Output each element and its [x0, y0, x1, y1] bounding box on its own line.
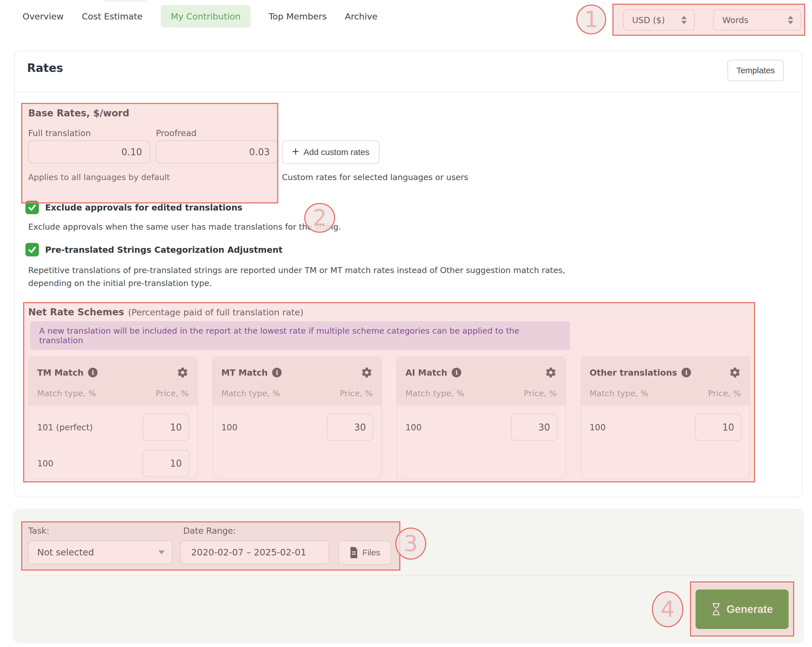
base-rates-heading: Base Rates, $/word [28, 108, 130, 119]
volume-unit-select-value: Words [722, 15, 749, 25]
panel-divider [24, 575, 792, 576]
price-input[interactable]: 10 [143, 414, 189, 441]
price-value: 10 [170, 458, 182, 469]
ai-match-header: AI Match i Match type, % Price, % [397, 357, 565, 405]
generate-button[interactable]: Generate [696, 589, 789, 629]
annotation-number: 1 [584, 7, 598, 32]
price-input[interactable]: 30 [327, 414, 373, 441]
chevron-down-icon [159, 550, 165, 554]
price-input[interactable]: 30 [511, 414, 557, 441]
match-type-value: 100 [37, 458, 53, 468]
rates-title: Rates [27, 61, 63, 75]
full-translation-label: Full translation [28, 128, 91, 138]
gear-icon[interactable] [729, 367, 741, 378]
exclude-approvals-checkbox[interactable] [25, 201, 39, 214]
info-icon[interactable]: i [681, 368, 691, 378]
gear-icon[interactable] [177, 367, 189, 378]
tab-archive[interactable]: Archive [345, 5, 377, 27]
add-custom-rates-label: Add custom rates [304, 148, 369, 157]
match-type-column-label: Match type, % [589, 388, 648, 398]
tm-match-header: TM Match i Match type, % Price, % [29, 357, 197, 405]
table-row: 100 30 [406, 413, 557, 441]
date-range-input[interactable]: 2020-02-07 – 2025-02-01 [180, 540, 329, 564]
price-value: 30 [538, 422, 550, 433]
checkmark-icon [28, 203, 37, 212]
document-icon [350, 547, 358, 558]
date-range-label: Date Range: [183, 526, 236, 536]
date-range-value: 2020-02-07 – 2025-02-01 [191, 547, 306, 558]
proofread-rate-value: 0.03 [249, 146, 270, 158]
plus-icon: + [292, 146, 299, 158]
tm-match-card: TM Match i Match type, % Price, % 101 (p… [28, 356, 198, 479]
pretranslated-adjustment-checkbox[interactable] [25, 243, 39, 256]
match-type-column-label: Match type, % [406, 388, 464, 398]
net-rate-schemes-title: Net Rate Schemes [28, 307, 124, 318]
generate-button-label: Generate [727, 603, 773, 615]
card-header-divider [14, 91, 802, 92]
mt-match-card: MT Match i Match type, % Price, % 100 30 [212, 356, 382, 479]
tab-cost-estimate[interactable]: Cost Estimate [82, 5, 143, 27]
info-icon[interactable]: i [452, 368, 461, 378]
price-column-label: Price, % [708, 388, 741, 398]
cutoff-element-sliver [104, 0, 146, 2]
tab-top-members[interactable]: Top Members [269, 5, 327, 27]
other-translations-card: Other translations i Match type, % Price… [580, 356, 750, 479]
report-generation-page: Overview Cost Estimate My Contribution T… [0, 0, 812, 647]
gear-icon[interactable] [545, 367, 557, 378]
custom-rates-note: Custom rates for selected languages or u… [282, 172, 468, 182]
select-arrows-icon [681, 16, 687, 24]
select-arrows-icon [788, 16, 794, 24]
tab-overview[interactable]: Overview [23, 5, 64, 27]
tab-my-contribution[interactable]: My Contribution [161, 5, 251, 27]
templates-button[interactable]: Templates [727, 60, 784, 81]
mt-match-body: 100 30 [213, 405, 381, 441]
price-column-label: Price, % [156, 388, 189, 398]
exclude-approvals-label: Exclude approvals for edited translation… [45, 202, 243, 213]
base-rates-note: Applies to all languages by default [28, 172, 170, 182]
tm-match-body: 101 (perfect) 10 100 10 [29, 405, 197, 477]
proofread-label: Proofread [156, 128, 197, 138]
checkmark-icon [28, 245, 37, 254]
match-type-column-label: Match type, % [221, 388, 280, 398]
table-row: 100 30 [221, 413, 373, 441]
price-column-label: Price, % [340, 388, 373, 398]
lowest-rate-info-banner: A new translation will be included in th… [30, 321, 570, 350]
proofread-rate-input[interactable]: 0.03 [156, 140, 278, 163]
price-value: 10 [170, 422, 182, 433]
pretranslated-adjustment-label: Pre-translated Strings Categorization Ad… [45, 245, 282, 255]
ai-match-title: AI Match [406, 368, 447, 378]
task-select[interactable]: Not selected [28, 540, 172, 564]
files-button[interactable]: Files [338, 540, 391, 565]
task-label: Task: [28, 526, 49, 536]
price-column-label: Price, % [524, 388, 557, 398]
ai-match-body: 100 30 [397, 405, 565, 441]
info-icon[interactable]: i [88, 368, 98, 378]
tm-match-title: TM Match [37, 368, 84, 378]
full-translation-rate-value: 0.10 [122, 146, 142, 158]
match-type-value: 100 [406, 422, 421, 432]
mt-match-header: MT Match i Match type, % Price, % [213, 357, 381, 405]
full-translation-rate-input[interactable]: 0.10 [28, 140, 150, 163]
task-select-value: Not selected [37, 547, 94, 558]
match-type-column-label: Match type, % [37, 388, 96, 398]
currency-select-value: USD ($) [632, 15, 665, 25]
mt-match-title: MT Match [221, 368, 267, 378]
match-type-value: 100 [589, 422, 606, 432]
match-type-value: 100 [221, 422, 237, 432]
gear-icon[interactable] [361, 367, 373, 378]
other-translations-title: Other translations [589, 368, 677, 378]
currency-select[interactable]: USD ($) [623, 9, 695, 30]
match-type-value: 101 (perfect) [37, 422, 93, 432]
pretranslated-adjustment-description: Repetitive translations of pre-translate… [28, 264, 609, 290]
hourglass-icon [711, 603, 721, 616]
add-custom-rates-button[interactable]: + Add custom rates [282, 140, 380, 164]
other-translations-body: 100 10 [581, 405, 749, 441]
price-input[interactable]: 10 [695, 414, 742, 441]
volume-unit-select[interactable]: Words [713, 9, 801, 30]
price-input[interactable]: 10 [143, 450, 189, 477]
table-row: 101 (perfect) 10 [37, 413, 189, 441]
other-translations-header: Other translations i Match type, % Price… [581, 357, 749, 405]
annotation-circle-1: 1 [576, 5, 606, 34]
info-icon[interactable]: i [272, 368, 282, 378]
report-tabs: Overview Cost Estimate My Contribution T… [23, 5, 377, 27]
